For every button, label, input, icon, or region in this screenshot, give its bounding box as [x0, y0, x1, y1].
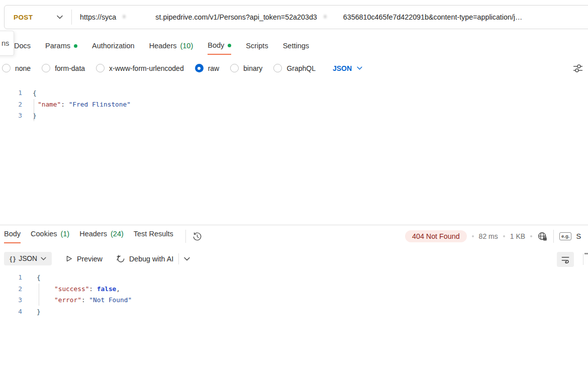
radio-form-data[interactable] [42, 64, 50, 72]
tab-authorization[interactable]: Authorization [92, 41, 135, 55]
code-line: 1 { [0, 87, 131, 99]
cookies-count: (1) [60, 230, 69, 238]
response-size: 1 KB [510, 232, 525, 240]
debug-with-ai-button[interactable]: Debug with AI [116, 254, 173, 263]
wrap-text-button[interactable] [557, 252, 574, 267]
body-type-none[interactable]: none [2, 64, 31, 72]
tabs-divider [185, 230, 186, 243]
save-example-label-partial[interactable]: S [576, 232, 581, 240]
response-format-select[interactable]: { } JSON [4, 252, 52, 265]
code-line: 2 "name": "Fred Flinstone" [0, 99, 131, 111]
line-number: 2 [0, 99, 22, 111]
radio-graphql[interactable] [273, 64, 282, 72]
meta-separator-dot [503, 235, 505, 237]
tab-response-cookies[interactable]: Cookies(1) [31, 230, 69, 242]
tab-params[interactable]: Params [45, 41, 77, 55]
chevron-down-icon [57, 15, 63, 19]
radio-none[interactable] [2, 64, 11, 72]
raw-language-select[interactable]: JSON [333, 64, 362, 72]
response-toolbar: { } JSON Preview Debug with AI [4, 252, 190, 265]
radio-binary[interactable] [230, 64, 239, 72]
response-history-icon[interactable] [192, 231, 203, 242]
line-number: 3 [0, 110, 22, 122]
chevron-down-icon [41, 257, 46, 260]
url-redacted-1 [116, 13, 155, 21]
body-type-raw[interactable]: raw [195, 64, 220, 72]
toolbar-divider [178, 253, 179, 264]
meta-divider [553, 230, 554, 243]
wrap-text-icon [560, 254, 570, 264]
sliders-icon [572, 62, 584, 74]
indent-guide [39, 284, 39, 306]
tab-docs[interactable]: Docs [14, 41, 31, 55]
url-segment-1: https://syca [80, 13, 116, 21]
cut-off-icon-fragment [584, 253, 588, 254]
line-number: 3 [0, 295, 22, 306]
url-input[interactable]: https://sycast.pipedrive.com/v1/Persons?… [80, 13, 522, 21]
code-line: 3 "error": "Not Found" [0, 295, 132, 306]
chevron-down-icon [357, 66, 362, 70]
code-line: 4 } [0, 306, 132, 318]
line-number: 4 [0, 306, 22, 318]
preview-button[interactable]: Preview [65, 254, 103, 263]
response-time: 82 ms [479, 232, 498, 240]
body-type-graphql[interactable]: GraphQL [273, 64, 316, 72]
meta-separator-dot [472, 235, 474, 237]
code-line: 2 "success": false, [0, 284, 132, 295]
tab-headers[interactable]: Headers(10) [149, 41, 193, 55]
chevron-down-icon[interactable] [184, 257, 190, 261]
tab-response-body[interactable]: Body [4, 230, 21, 243]
body-type-form-data[interactable]: form-data [42, 64, 85, 72]
request-tabs: Docs Params Authorization Headers(10) Bo… [14, 41, 309, 55]
body-type-binary[interactable]: binary [230, 64, 262, 72]
params-modified-dot [74, 44, 77, 48]
request-response-divider[interactable] [0, 225, 588, 225]
popup-fragment-text: ns [2, 39, 9, 47]
status-badge: 404 Not Found [405, 230, 467, 242]
autocomplete-popup-fragment[interactable]: ns [0, 31, 14, 56]
response-tabs: Body Cookies(1) Headers(24) Test Results [4, 230, 203, 243]
save-example-icon[interactable]: e.g. [559, 232, 571, 240]
url-segment-3: 6356810c465fe7d422091b&content-type=appl… [343, 13, 523, 21]
request-body-editor[interactable]: 1 { 2 "name": "Fred Flinstone" 3 } [0, 87, 131, 122]
radio-urlencoded[interactable] [96, 64, 105, 72]
tab-scripts[interactable]: Scripts [246, 41, 268, 55]
tab-test-results[interactable]: Test Results [134, 230, 173, 242]
headers-count: (10) [180, 42, 193, 50]
editor-settings-button[interactable] [572, 62, 584, 76]
line-number: 1 [0, 87, 22, 99]
toolbar-divider [583, 254, 583, 265]
code-line: 3 } [0, 110, 131, 122]
indent-guide [34, 99, 34, 121]
ai-sparkle-icon [116, 254, 125, 263]
line-number: 1 [0, 272, 22, 284]
response-headers-count: (24) [111, 230, 124, 238]
meta-separator-dot [530, 235, 532, 237]
body-type-urlencoded[interactable]: x-www-form-urlencoded [96, 64, 184, 72]
method-url-divider [71, 10, 72, 25]
tab-settings[interactable]: Settings [283, 41, 309, 55]
tab-response-headers[interactable]: Headers(24) [79, 230, 124, 242]
tab-body[interactable]: Body [208, 41, 231, 55]
line-number: 2 [0, 284, 22, 295]
body-modified-dot [228, 44, 231, 47]
code-line: 1 { [0, 272, 132, 284]
request-url-bar: POST https://sycast.pipedrive.com/v1/Per… [4, 5, 588, 29]
radio-raw-selected[interactable] [195, 64, 204, 72]
url-redacted-2 [317, 13, 343, 21]
play-icon [65, 254, 73, 263]
method-label: POST [14, 14, 33, 21]
response-body-editor: 1 { 2 "success": false, 3 "error": "Not … [0, 272, 132, 317]
body-type-bar: none form-data x-www-form-urlencoded raw… [2, 64, 362, 72]
braces-icon: { } [10, 255, 15, 262]
method-select[interactable]: POST [5, 14, 71, 21]
url-segment-2: st.pipedrive.com/v1/Persons?api_token=52… [155, 13, 317, 21]
response-meta: 404 Not Found 82 ms 1 KB e.g. S [405, 230, 581, 243]
globe-lock-icon[interactable] [537, 231, 548, 242]
